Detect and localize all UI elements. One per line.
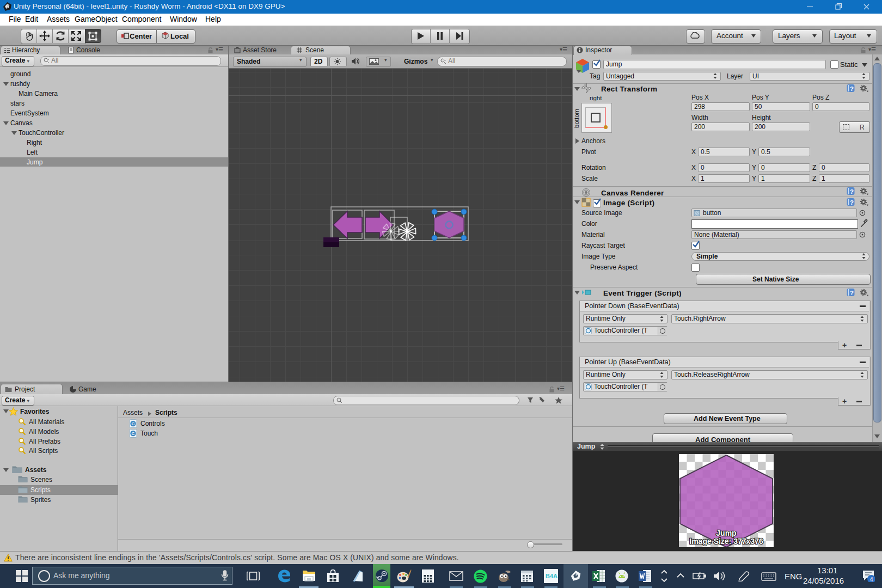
svg-text:4: 4 <box>869 576 873 583</box>
svg-text:C: C <box>132 421 135 426</box>
svg-text:Jump: Jump <box>716 529 736 537</box>
svg-text:?: ? <box>850 85 854 92</box>
svg-text:Image Size: 377x376: Image Size: 377x376 <box>689 537 763 546</box>
svg-text:?: ? <box>850 188 854 195</box>
svg-text:?: ? <box>850 199 854 206</box>
svg-text:?: ? <box>850 290 854 296</box>
svg-text:C: C <box>132 431 135 436</box>
